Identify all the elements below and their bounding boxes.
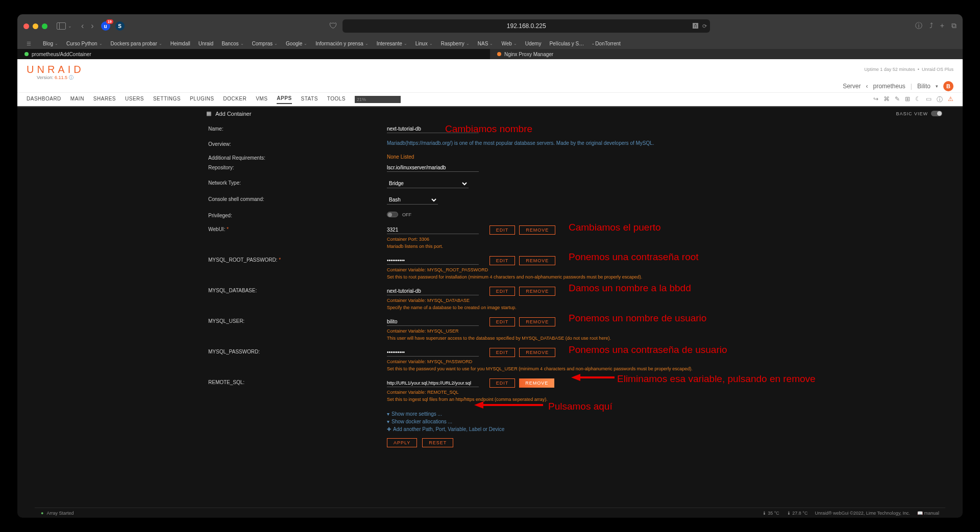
input-repo[interactable] xyxy=(387,164,479,172)
chevron-down-icon[interactable]: ▾ xyxy=(936,84,938,89)
input-remote[interactable] xyxy=(387,379,479,387)
nav-main[interactable]: MAIN xyxy=(70,96,84,104)
add-another[interactable]: ✚ Add another Path, Port, Variable, Labe… xyxy=(387,426,826,432)
page-title: Add Container xyxy=(215,111,251,117)
input-rootpw[interactable] xyxy=(387,257,479,265)
bookmark-item[interactable]: Raspberry⌄ xyxy=(441,41,470,46)
icon-sleep[interactable]: ☾ xyxy=(915,95,921,104)
remove-button[interactable]: REMOVE xyxy=(519,256,555,265)
remove-button[interactable]: REMOVE xyxy=(519,287,555,296)
icon-info[interactable]: ⓘ xyxy=(937,95,943,104)
close-button[interactable] xyxy=(23,23,29,29)
edit-button[interactable]: EDIT xyxy=(489,225,516,235)
apply-button[interactable]: APPLY xyxy=(387,438,417,447)
version-link[interactable]: 6.11.5 xyxy=(55,75,67,80)
remove-button[interactable]: REMOVE xyxy=(519,225,555,235)
tab-nginx[interactable]: Nginx Proxy Manager xyxy=(490,49,963,59)
nav-users[interactable]: USERS xyxy=(125,96,144,104)
bookmark-item[interactable]: Dockers para probar⌄ xyxy=(111,41,162,46)
show-docker-allocations[interactable]: ▾ Show docker allocations ... xyxy=(387,419,826,424)
share-icon[interactable]: ⓘ xyxy=(915,21,922,31)
info-icon[interactable]: ⓘ xyxy=(69,75,74,80)
input-webui[interactable] xyxy=(387,226,479,234)
remove-button[interactable]: REMOVE xyxy=(519,348,555,357)
upload-icon[interactable]: ⤴ xyxy=(929,21,933,31)
icon-terminal[interactable]: ⌘ xyxy=(884,95,890,104)
icon-feedback[interactable]: ✎ xyxy=(895,95,900,104)
nav-tools[interactable]: TOOLS xyxy=(327,96,346,104)
nav-vms[interactable]: VMS xyxy=(256,96,267,104)
chevron-down-icon[interactable]: ⌄ xyxy=(68,23,72,29)
translate-icon[interactable]: 🅰 xyxy=(693,23,698,30)
status-dot-icon: ● xyxy=(41,511,43,516)
remove-button[interactable]: REMOVE xyxy=(519,317,555,326)
bookmark-item[interactable]: Unraid xyxy=(199,41,213,46)
form-area: Name: Overview: Mariadb(https://mariadb.… xyxy=(17,120,963,460)
edit-button[interactable]: EDIT xyxy=(489,378,516,388)
maximize-button[interactable] xyxy=(42,23,47,29)
extension-stylus-icon[interactable]: S xyxy=(115,21,125,31)
bookmark-item[interactable]: Compras⌄ xyxy=(252,41,278,46)
bookmark-item[interactable]: Interesante⌄ xyxy=(377,41,407,46)
input-name[interactable] xyxy=(387,125,479,133)
url-bar[interactable]: 192.168.0.225 🅰 ⟳ xyxy=(342,19,710,33)
view-toggle[interactable] xyxy=(931,111,942,116)
nav-settings[interactable]: SETTINGS xyxy=(153,96,181,104)
manual-link[interactable]: 📖 manual xyxy=(917,511,939,516)
select-shell[interactable]: Bash xyxy=(387,195,438,205)
privacy-shield-icon[interactable]: 🛡 xyxy=(329,21,337,31)
icon-warning[interactable]: ⚠ xyxy=(948,95,953,104)
icon-reboot[interactable]: ▭ xyxy=(926,95,932,104)
new-tab-icon[interactable]: + xyxy=(940,21,944,31)
nav-shares[interactable]: SHARES xyxy=(93,96,116,104)
nav-docker[interactable]: DOCKER xyxy=(223,96,247,104)
url-text: 192.168.0.225 xyxy=(507,22,546,30)
minimize-button[interactable] xyxy=(33,23,38,29)
tabs-overview-icon[interactable]: ⧉ xyxy=(951,21,957,31)
bookmark-item[interactable]: Google⌄ xyxy=(286,41,307,46)
nav-plugins[interactable]: PLUGINS xyxy=(190,96,214,104)
bookmark-item[interactable]: Blog⌄ xyxy=(43,41,58,46)
edit-button[interactable]: EDIT xyxy=(489,348,516,357)
toggle-privileged[interactable] xyxy=(387,212,398,217)
bookmark-item[interactable]: - DonTorrent xyxy=(592,41,621,46)
input-userpw[interactable] xyxy=(387,348,479,357)
bookmark-item[interactable]: Udemy xyxy=(525,41,542,46)
sidebar-toggle-icon[interactable] xyxy=(57,22,66,30)
bookmark-item[interactable]: Web⌄ xyxy=(501,41,517,46)
select-nettype[interactable]: Bridge xyxy=(387,179,469,188)
label-db: MYSQL_DATABASE: xyxy=(208,287,387,293)
bookmark-item[interactable]: Curso Python⌄ xyxy=(66,41,103,46)
bookmark-item[interactable]: Información y prensa⌄ xyxy=(315,41,368,46)
nav-dashboard[interactable]: DASHBOARD xyxy=(27,96,61,104)
remove-button-highlight[interactable]: REMOVE xyxy=(519,378,554,388)
hamburger-icon[interactable]: ☰ xyxy=(27,41,31,46)
user-name[interactable]: Bilito xyxy=(917,83,930,90)
reset-button[interactable]: RESET xyxy=(422,438,453,447)
extension-ublock-icon[interactable]: u xyxy=(101,21,110,31)
icon-logout[interactable]: ↪ xyxy=(873,95,878,104)
avatar[interactable]: B xyxy=(943,81,953,91)
bookmark-item[interactable]: Bancos⌄ xyxy=(222,41,243,46)
input-db[interactable] xyxy=(387,287,479,295)
overview-text: Mariadb(https://mariadb.org/) is one of … xyxy=(387,140,826,146)
edit-button[interactable]: EDIT xyxy=(489,256,516,265)
show-more-settings[interactable]: ▾ Show more settings ... xyxy=(387,411,826,417)
bookmark-item[interactable]: Heimdall xyxy=(170,41,190,46)
bookmark-item[interactable]: NAS⌄ xyxy=(478,41,494,46)
nav-stats[interactable]: STATS xyxy=(301,96,318,104)
edit-button[interactable]: EDIT xyxy=(489,287,516,296)
forward-button[interactable]: › xyxy=(91,21,93,31)
reload-icon[interactable]: ⟳ xyxy=(702,23,707,30)
input-user[interactable] xyxy=(387,318,479,326)
back-button[interactable]: ‹ xyxy=(81,21,84,31)
edit-button[interactable]: EDIT xyxy=(489,317,516,326)
bookmark-item[interactable]: Linux⌄ xyxy=(415,41,433,46)
icon-system[interactable]: ⊞ xyxy=(905,95,910,104)
bookmark-item[interactable]: Películas y S… xyxy=(549,41,584,46)
tab-prometheus[interactable]: prometheus/AddContainer xyxy=(17,49,490,59)
overview-link[interactable]: https://mariadb.org/ xyxy=(407,140,451,146)
priv-state: OFF xyxy=(402,212,411,217)
nav-apps[interactable]: APPS xyxy=(277,95,291,104)
version-label: Version: 6.11.5 ⓘ xyxy=(37,74,74,81)
